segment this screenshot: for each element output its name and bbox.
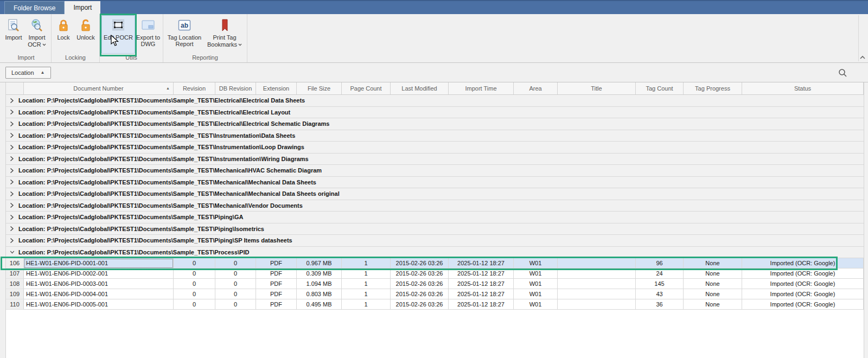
- cell-page-count[interactable]: 1: [342, 279, 391, 289]
- cell-status[interactable]: Imported (OCR: Google): [742, 258, 864, 268]
- cell-extension[interactable]: PDF: [256, 268, 297, 279]
- cell-tag-progress[interactable]: None: [684, 299, 742, 310]
- ribbon-button-unlock[interactable]: Unlock: [74, 15, 98, 54]
- table-row[interactable]: 106HE1-W01-EN06-PID-0001-00100PDF0.967 M…: [0, 258, 864, 268]
- cell-import-time[interactable]: 2025-01-12 18:27: [449, 299, 514, 310]
- cell-tag-count[interactable]: 145: [636, 279, 684, 289]
- column-header-revision[interactable]: Revision: [174, 82, 215, 94]
- cell-db-revision[interactable]: 0: [215, 268, 256, 279]
- cell-document-number[interactable]: HE1-W01-EN06-PID-0004-001: [24, 289, 174, 299]
- cell-area[interactable]: W01: [514, 258, 558, 268]
- cell-document-number[interactable]: HE1-W01-EN06-PID-0001-001: [24, 258, 174, 268]
- cell-tag-progress[interactable]: None: [684, 268, 742, 279]
- ribbon-button-import-ocr[interactable]: Import OCR: [24, 15, 49, 54]
- cell-last-modified[interactable]: 2015-02-26 03:26: [391, 299, 449, 310]
- column-header-file-size[interactable]: File Size: [297, 82, 342, 94]
- cell-title[interactable]: [558, 289, 636, 299]
- ribbon-button-lock[interactable]: Lock: [53, 15, 74, 54]
- cell-file-size[interactable]: 0.309 MB: [297, 268, 342, 279]
- cell-tag-progress[interactable]: None: [684, 258, 742, 268]
- cell-extension[interactable]: PDF: [256, 299, 297, 310]
- search-icon[interactable]: [838, 68, 847, 78]
- column-header-import-time[interactable]: Import Time: [449, 82, 514, 94]
- ribbon-button-print-tag-bookmarks[interactable]: Print Tag Bookmarks: [204, 15, 245, 54]
- table-row[interactable]: 110HE1-W01-EN06-PID-0005-00100PDF0.495 M…: [0, 299, 864, 310]
- cell-file-size[interactable]: 0.803 MB: [297, 289, 342, 299]
- vertical-scrollbar[interactable]: [864, 82, 868, 358]
- group-row[interactable]: Location: P:\Projects\Cadglobal\PKTEST1\…: [0, 154, 864, 165]
- cell-revision[interactable]: 0: [174, 258, 215, 268]
- column-header-area[interactable]: Area: [514, 82, 558, 94]
- cell-status[interactable]: Imported (OCR: Google): [742, 289, 864, 299]
- group-row[interactable]: Location: P:\Projects\Cadglobal\PKTEST1\…: [0, 130, 864, 142]
- column-header-status[interactable]: Status: [742, 82, 864, 94]
- cell-title[interactable]: [558, 299, 636, 310]
- ribbon-collapse-button[interactable]: [859, 55, 866, 60]
- group-by-location-button[interactable]: Location ▲: [5, 67, 51, 79]
- tab-folder-browse[interactable]: Folder Browse: [4, 1, 65, 14]
- cell-revision[interactable]: 0: [174, 289, 215, 299]
- group-row[interactable]: Location: P:\Projects\Cadglobal\PKTEST1\…: [0, 142, 864, 154]
- cell-db-revision[interactable]: 0: [215, 289, 256, 299]
- cell-file-size[interactable]: 0.967 MB: [297, 258, 342, 268]
- cell-page-count[interactable]: 1: [342, 299, 391, 310]
- cell-import-time[interactable]: 2025-01-12 18:27: [449, 279, 514, 289]
- group-row[interactable]: Location: P:\Projects\Cadglobal\PKTEST1\…: [0, 223, 864, 235]
- cell-revision[interactable]: 0: [174, 279, 215, 289]
- cell-db-revision[interactable]: 0: [215, 299, 256, 310]
- group-row[interactable]: Location: P:\Projects\Cadglobal\PKTEST1\…: [0, 212, 864, 223]
- column-header-extension[interactable]: Extension: [256, 82, 297, 94]
- cell-title[interactable]: [558, 268, 636, 279]
- column-header-document-number[interactable]: Document Number▲: [24, 82, 174, 94]
- column-header-tag-count[interactable]: Tag Count: [636, 82, 684, 94]
- group-row[interactable]: Location: P:\Projects\Cadglobal\PKTEST1\…: [0, 200, 864, 212]
- cell-db-revision[interactable]: 0: [215, 279, 256, 289]
- cell-area[interactable]: W01: [514, 268, 558, 279]
- column-header-db-revision[interactable]: DB Revision: [215, 82, 256, 94]
- cell-import-time[interactable]: 2025-01-12 18:27: [449, 289, 514, 299]
- cell-last-modified[interactable]: 2015-02-26 03:26: [391, 258, 449, 268]
- cell-title[interactable]: [558, 258, 636, 268]
- cell-tag-count[interactable]: 36: [636, 299, 684, 310]
- group-row[interactable]: Location: P:\Projects\Cadglobal\PKTEST1\…: [0, 177, 864, 189]
- group-row[interactable]: Location: P:\Projects\Cadglobal\PKTEST1\…: [0, 118, 864, 130]
- table-row[interactable]: 108HE1-W01-EN06-PID-0003-00100PDF1.094 M…: [0, 279, 864, 289]
- group-row[interactable]: Location: P:\Projects\Cadglobal\PKTEST1\…: [0, 235, 864, 247]
- ribbon-button-edit-pocr[interactable]: Edit POCR: [101, 15, 135, 54]
- cell-import-time[interactable]: 2025-01-12 18:27: [449, 268, 514, 279]
- tab-import[interactable]: Import: [65, 1, 100, 14]
- cell-page-count[interactable]: 1: [342, 268, 391, 279]
- cell-tag-progress[interactable]: None: [684, 279, 742, 289]
- cell-extension[interactable]: PDF: [256, 289, 297, 299]
- group-row[interactable]: Location: P:\Projects\Cadglobal\PKTEST1\…: [0, 247, 864, 259]
- cell-last-modified[interactable]: 2015-02-26 03:26: [391, 289, 449, 299]
- ribbon-button-export-to-dwg[interactable]: Export to DWG: [135, 15, 161, 54]
- cell-title[interactable]: [558, 279, 636, 289]
- table-row[interactable]: 107HE1-W01-EN06-PID-0002-00100PDF0.309 M…: [0, 268, 864, 279]
- cell-tag-count[interactable]: 96: [636, 258, 684, 268]
- group-row[interactable]: Location: P:\Projects\Cadglobal\PKTEST1\…: [0, 188, 864, 200]
- cell-status[interactable]: Imported (OCR: Google): [742, 268, 864, 279]
- cell-tag-count[interactable]: 24: [636, 268, 684, 279]
- cell-revision[interactable]: 0: [174, 268, 215, 279]
- cell-status[interactable]: Imported (OCR: Google): [742, 279, 864, 289]
- group-row[interactable]: Location: P:\Projects\Cadglobal\PKTEST1\…: [0, 107, 864, 119]
- cell-file-size[interactable]: 1.094 MB: [297, 279, 342, 289]
- column-header-last-modified[interactable]: Last Modified: [391, 82, 449, 94]
- column-header-tag-progress[interactable]: Tag Progress: [684, 82, 742, 94]
- cell-area[interactable]: W01: [514, 299, 558, 310]
- cell-tag-progress[interactable]: None: [684, 289, 742, 299]
- group-row[interactable]: Location: P:\Projects\Cadglobal\PKTEST1\…: [0, 95, 864, 107]
- table-row[interactable]: 109HE1-W01-EN06-PID-0004-00100PDF0.803 M…: [0, 289, 864, 299]
- cell-file-size[interactable]: 0.495 MB: [297, 299, 342, 310]
- cell-last-modified[interactable]: 2015-02-26 03:26: [391, 279, 449, 289]
- cell-extension[interactable]: PDF: [256, 258, 297, 268]
- cell-area[interactable]: W01: [514, 289, 558, 299]
- cell-revision[interactable]: 0: [174, 299, 215, 310]
- cell-db-revision[interactable]: 0: [215, 258, 256, 268]
- cell-tag-count[interactable]: 43: [636, 289, 684, 299]
- cell-status[interactable]: Imported (OCR: Google): [742, 299, 864, 310]
- ribbon-button-tag-location-report[interactable]: abTag Location Report: [165, 15, 204, 54]
- column-header-page-count[interactable]: Page Count: [342, 82, 391, 94]
- cell-document-number[interactable]: HE1-W01-EN06-PID-0002-001: [24, 268, 174, 279]
